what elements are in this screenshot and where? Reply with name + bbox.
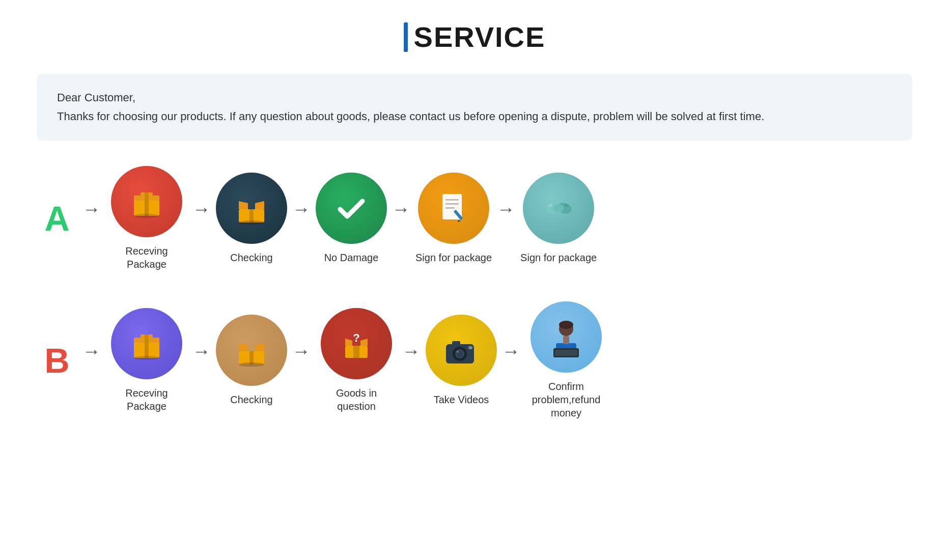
a-step-2: Checking — [216, 173, 287, 264]
open-box-icon-b — [231, 330, 272, 371]
arrow-a-2: → — [292, 199, 311, 238]
b-step-1-icon — [111, 308, 182, 379]
a-step-3-icon — [316, 173, 387, 244]
title-accent-bar — [404, 22, 408, 52]
svg-rect-26 — [145, 334, 149, 345]
b-step-4: Take Videos — [426, 315, 497, 406]
a-step-4-icon — [418, 173, 489, 244]
svg-rect-50 — [555, 350, 577, 356]
svg-marker-35 — [360, 339, 368, 346]
b-step-4-label: Take Videos — [434, 393, 489, 406]
svg-marker-8 — [255, 201, 264, 209]
svg-marker-29 — [239, 343, 248, 351]
svg-rect-44 — [468, 346, 472, 349]
arrow-b-0: → — [82, 341, 101, 380]
camera-icon — [441, 330, 482, 371]
a-step-1: Receving Package — [106, 166, 187, 271]
arrow-a-3: → — [392, 199, 410, 238]
a-step-4: Sign for package — [415, 173, 492, 264]
svg-point-46 — [559, 321, 573, 329]
b-step-3: ? Goods in question — [316, 308, 397, 413]
open-box-icon-a — [231, 188, 272, 229]
svg-marker-30 — [255, 343, 264, 351]
flow-row-a: A → Receving Package → — [37, 166, 912, 271]
flow-section: A → Receving Package → — [37, 166, 912, 419]
package-icon-b — [126, 323, 167, 364]
b-step-1-label: Receving Package — [106, 386, 187, 413]
row-label-a: A — [37, 199, 77, 238]
handshake-icon — [538, 188, 579, 229]
b-step-5: Confirm problem,refund money — [525, 301, 607, 419]
arrow-b-2: → — [292, 341, 311, 380]
svg-marker-7 — [239, 201, 248, 209]
b-step-5-icon — [531, 301, 602, 373]
notice-line2: Thanks for choosing our products. If any… — [57, 107, 892, 126]
row-label-b: B — [37, 341, 77, 380]
page-title: SERVICE — [414, 20, 546, 53]
arrow-a-0: → — [82, 199, 101, 238]
b-step-3-icon: ? — [321, 308, 392, 379]
a-step-5: Sign for package — [520, 173, 597, 264]
notice-line1: Dear Customer, — [57, 88, 892, 107]
checkmark-icon — [331, 188, 372, 229]
a-step-2-label: Checking — [230, 251, 272, 264]
arrow-a-1: → — [192, 199, 211, 238]
svg-point-19 — [553, 204, 564, 212]
arrow-a-4: → — [497, 199, 515, 238]
b-step-5-label: Confirm problem,refund money — [525, 380, 607, 419]
document-sign-icon — [433, 188, 474, 229]
b-step-3-label: Goods in question — [316, 386, 397, 413]
svg-text:?: ? — [353, 331, 359, 344]
arrow-b-1: → — [192, 341, 211, 380]
svg-rect-13 — [445, 203, 459, 205]
b-step-1: Receving Package — [106, 308, 187, 413]
a-step-5-icon — [523, 173, 594, 244]
flow-row-b: B → Receving Package → — [37, 301, 912, 419]
a-step-1-label: Receving Package — [106, 244, 187, 271]
arrow-b-3: → — [402, 341, 421, 380]
b-step-2-label: Checking — [230, 393, 272, 406]
svg-rect-43 — [452, 341, 460, 346]
svg-point-5 — [134, 214, 159, 218]
svg-rect-48 — [563, 336, 569, 344]
b-step-2: Checking — [216, 315, 287, 406]
svg-rect-4 — [145, 192, 149, 203]
page-title-section: SERVICE — [404, 20, 546, 53]
b-step-4-icon — [426, 315, 497, 386]
svg-point-32 — [239, 362, 264, 367]
a-step-2-icon — [216, 173, 287, 244]
svg-rect-12 — [445, 199, 459, 201]
svg-rect-14 — [445, 207, 455, 209]
a-step-1-icon — [111, 166, 182, 237]
svg-point-27 — [134, 356, 159, 360]
svg-rect-36 — [353, 346, 359, 358]
arrow-b-4: → — [502, 341, 520, 380]
person-icon — [546, 317, 587, 357]
a-step-3-label: No Damage — [324, 251, 379, 264]
notice-box: Dear Customer, Thanks for choosing our p… — [37, 74, 912, 141]
b-step-2-icon — [216, 315, 287, 386]
svg-marker-34 — [345, 339, 352, 346]
svg-point-10 — [239, 220, 264, 225]
question-box-icon: ? — [336, 323, 377, 364]
a-step-5-label: Sign for package — [520, 251, 597, 264]
svg-point-42 — [457, 351, 459, 353]
package-icon-a — [126, 181, 167, 222]
a-step-4-label: Sign for package — [415, 251, 492, 264]
a-step-3: No Damage — [316, 173, 387, 264]
